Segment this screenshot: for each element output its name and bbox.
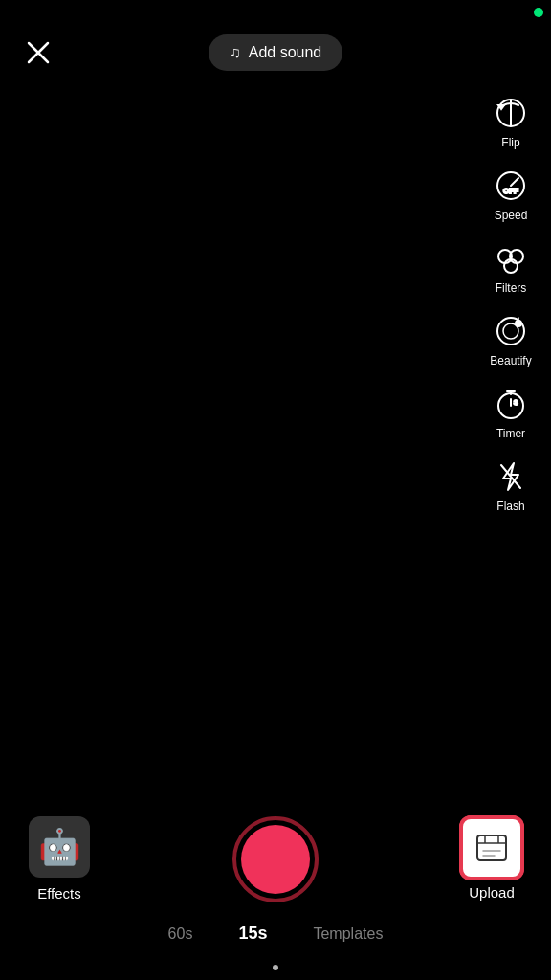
- effects-button[interactable]: 🤖 Effects: [29, 816, 90, 902]
- tab-templates[interactable]: Templates: [305, 922, 390, 947]
- close-button[interactable]: [19, 33, 57, 72]
- effects-face-icon: 🤖: [38, 827, 81, 867]
- add-sound-button[interactable]: ♫ Add sound: [209, 34, 343, 71]
- right-toolbar: Flip OFF Speed Filters: [482, 86, 540, 519]
- record-button-container: [232, 816, 319, 902]
- duration-tabs: 60s 15s Templates: [0, 920, 551, 965]
- bottom-bar: 🤖 Effects Upload: [0, 789, 551, 980]
- add-sound-label: Add sound: [249, 44, 322, 61]
- beautify-label: Beautify: [490, 354, 531, 368]
- upload-label: Upload: [469, 884, 515, 901]
- page-indicator: [0, 965, 551, 980]
- flash-icon: [490, 456, 532, 498]
- indicator-dot: [273, 965, 278, 970]
- timer-label: Timer: [496, 427, 525, 440]
- upload-button[interactable]: Upload: [461, 817, 522, 901]
- effects-label: Effects: [37, 885, 81, 902]
- beautify-icon: [490, 310, 532, 352]
- svg-rect-19: [477, 835, 506, 860]
- tab-15s[interactable]: 15s: [231, 920, 275, 947]
- flash-button[interactable]: Flash: [482, 450, 540, 519]
- effects-thumbnail: 🤖: [29, 816, 90, 878]
- upload-icon-box: [461, 817, 522, 879]
- flip-icon: [490, 92, 532, 134]
- svg-point-11: [516, 321, 521, 326]
- flash-label: Flash: [496, 500, 524, 513]
- timer-icon: 3: [490, 383, 532, 425]
- speed-button[interactable]: OFF Speed: [482, 159, 540, 228]
- filters-label: Filters: [496, 281, 527, 295]
- upload-icon: [474, 830, 510, 866]
- close-icon: [25, 39, 52, 66]
- svg-text:3: 3: [514, 398, 518, 407]
- bottom-actions: 🤖 Effects Upload: [0, 789, 551, 920]
- flip-label: Flip: [501, 136, 519, 149]
- top-bar: ♫ Add sound: [0, 0, 551, 86]
- timer-button[interactable]: 3 Timer: [482, 377, 540, 446]
- flip-button[interactable]: Flip: [482, 86, 540, 155]
- record-button-inner[interactable]: [241, 825, 310, 894]
- filters-icon: [490, 237, 532, 279]
- record-button-outer[interactable]: [232, 816, 319, 902]
- tab-60s[interactable]: 60s: [161, 922, 201, 947]
- filters-button[interactable]: Filters: [482, 232, 540, 301]
- music-note-icon: ♫: [230, 44, 241, 61]
- svg-text:OFF: OFF: [503, 187, 518, 195]
- speed-label: Speed: [495, 209, 528, 222]
- speed-icon: OFF: [490, 165, 532, 207]
- beautify-button[interactable]: Beautify: [482, 304, 540, 373]
